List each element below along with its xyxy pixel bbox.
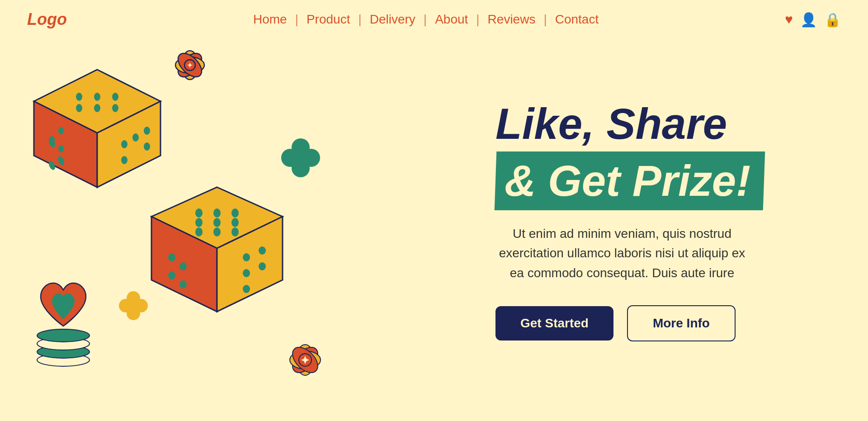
- svg-point-59: [128, 300, 139, 311]
- logo[interactable]: Logo: [27, 10, 67, 29]
- hero-title: Like, Share & Get Prize!: [495, 101, 832, 224]
- heart-icon[interactable]: ♥: [785, 12, 793, 27]
- nav-product[interactable]: Product: [298, 12, 359, 27]
- svg-point-37: [168, 253, 175, 261]
- svg-point-33: [231, 218, 239, 227]
- nav-sep-3: |: [424, 12, 427, 27]
- hero-illustrations: [0, 29, 477, 414]
- heart-stack-decoration: [27, 281, 99, 373]
- svg-point-43: [243, 269, 250, 277]
- svg-point-18: [49, 136, 55, 143]
- svg-point-22: [144, 127, 150, 135]
- svg-point-38: [179, 262, 187, 270]
- nav-sep-1: |: [295, 12, 298, 27]
- svg-point-21: [132, 133, 139, 142]
- hero-buttons: Get Started More Info: [495, 305, 832, 341]
- cloud-yellow-decoration: [118, 290, 149, 323]
- svg-point-44: [259, 262, 266, 270]
- svg-point-34: [195, 227, 203, 237]
- svg-point-31: [195, 218, 203, 227]
- hero-section: Like, Share & Get Prize! Ut enim ad mini…: [0, 29, 868, 414]
- nav-links: Home | Product | Delivery | About | Revi…: [245, 12, 607, 27]
- dice-large: [27, 65, 167, 198]
- nav-icon-group: ♥ 👤 🔒: [785, 12, 841, 28]
- flower-bottom-decoration: [280, 335, 330, 387]
- user-icon[interactable]: 👤: [800, 12, 817, 28]
- svg-point-20: [121, 140, 127, 148]
- nav-reviews[interactable]: Reviews: [480, 12, 544, 27]
- more-info-button[interactable]: More Info: [627, 305, 736, 341]
- hero-title-line2: & Get Prize!: [505, 156, 750, 206]
- hero-description: Ut enim ad minim veniam, quis nostrud ex…: [495, 224, 749, 283]
- svg-point-9: [94, 93, 100, 101]
- nav-delivery[interactable]: Delivery: [362, 12, 424, 27]
- svg-point-41: [243, 253, 250, 261]
- navbar: Logo Home | Product | Delivery | About |…: [0, 0, 868, 29]
- nav-contact[interactable]: Contact: [547, 12, 607, 27]
- svg-point-42: [259, 246, 266, 255]
- dice-small: [145, 183, 289, 325]
- nav-about[interactable]: About: [427, 12, 476, 27]
- svg-point-11: [76, 104, 82, 112]
- nav-home[interactable]: Home: [245, 12, 295, 27]
- svg-point-24: [144, 142, 150, 151]
- get-started-button[interactable]: Get Started: [495, 306, 613, 341]
- hero-content: Like, Share & Get Prize! Ut enim ad mini…: [477, 29, 868, 414]
- clover-decoration: [280, 137, 321, 180]
- svg-point-8: [76, 93, 82, 101]
- svg-point-35: [213, 227, 221, 237]
- svg-point-49: [37, 329, 90, 342]
- svg-point-19: [58, 145, 64, 152]
- svg-point-40: [179, 280, 187, 289]
- nav-sep-2: |: [358, 12, 361, 27]
- svg-point-32: [213, 218, 221, 227]
- svg-point-29: [213, 208, 221, 218]
- svg-point-45: [243, 285, 250, 293]
- svg-point-39: [168, 271, 175, 279]
- svg-point-12: [94, 104, 100, 112]
- svg-point-17: [58, 127, 64, 134]
- flower-top-decoration: [167, 43, 212, 90]
- hero-title-line1: Like, Share: [495, 101, 832, 147]
- hero-title-banner: & Get Prize!: [495, 151, 765, 210]
- svg-point-23: [121, 156, 127, 164]
- svg-point-13: [112, 104, 118, 112]
- svg-point-54: [294, 151, 307, 164]
- nav-sep-5: |: [543, 12, 547, 27]
- svg-point-10: [112, 93, 118, 101]
- nav-sep-4: |: [476, 12, 479, 27]
- svg-point-36: [231, 227, 239, 237]
- lock-icon[interactable]: 🔒: [824, 12, 841, 28]
- svg-point-30: [231, 208, 239, 218]
- svg-point-28: [195, 208, 203, 218]
